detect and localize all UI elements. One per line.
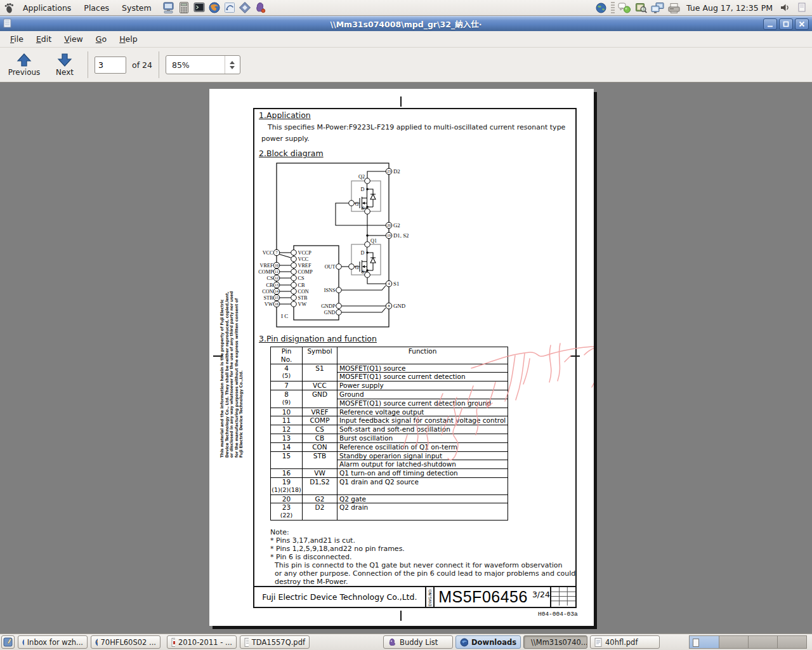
printer-tray-icon[interactable] [667,1,681,15]
menu-view[interactable]: View [58,32,89,46]
content-frame: 1.Application This specifies M-Power:F92… [253,108,577,608]
taskbar: Inbox for wzh... 70HFL60S02 ... 2010-201… [0,633,812,650]
writer-launcher-icon[interactable] [223,1,237,15]
panel-clock[interactable]: Tue Aug 17, 12:35 PM [684,3,775,13]
previous-page-button[interactable]: Previous [4,49,44,81]
menu-system[interactable]: System [116,1,157,15]
svg-text:D: D [361,250,365,256]
zoom-spinner[interactable] [225,56,240,74]
svg-text:20: 20 [387,223,391,227]
workspace-1[interactable] [690,636,719,648]
minimize-button[interactable] [763,18,777,30]
notes-tray-icon[interactable] [795,1,808,15]
dual-display-tray-icon[interactable] [651,1,664,15]
taskbar-item-buddy-list[interactable]: Buddy List [383,635,453,649]
globe-tray-icon[interactable] [594,1,608,15]
menu-edit[interactable]: Edit [30,32,58,46]
table-row: 16 VW Q1 turn-on and off timing detectio… [271,469,508,478]
svg-text:19: 19 [387,233,391,237]
table-row: 10 VREF Reference voltage output [271,408,508,416]
gnome-foot-icon[interactable] [3,1,16,15]
next-page-button[interactable]: Next [48,49,81,81]
window-title: \\Mm31s074008\mpd_gr\32_納入仕· [0,18,812,30]
pdf-document-icon [594,638,602,647]
svg-text:GND: GND [393,303,405,309]
pin-function-table: PinNo. Symbol Function 4(5) S1 MOSFET(Q1… [270,347,508,521]
svg-text:10: 10 [275,263,278,267]
taskbar-item-pdf-viewer[interactable]: \\Mm31s0740... [523,635,587,649]
table-row: 7 VCC Power supply [271,381,508,390]
page-number-input[interactable] [95,56,126,74]
svg-text:11: 11 [275,269,278,274]
svg-text:S: S [362,206,365,211]
volume-tray-icon[interactable] [778,1,792,15]
diamond-launcher-icon[interactable] [239,1,252,15]
section-3-title: 3.Pin disignation and function [259,334,377,343]
menu-places[interactable]: Places [78,1,115,15]
spinner-down-icon[interactable] [230,66,235,69]
calculator-launcher-icon[interactable] [178,1,191,15]
workspace-switcher[interactable] [689,635,807,649]
tray-grip-handle[interactable] [611,2,615,13]
svg-text:CB: CB [298,282,305,288]
pdf-page: This material and the information herein… [209,89,594,626]
document-view[interactable]: This material and the information herein… [0,83,812,633]
crop-mark-top [400,96,402,107]
computer-launcher-icon[interactable] [162,1,176,15]
taskbar-item-document[interactable]: 2010-2011 - ... [167,635,237,649]
svg-text:15: 15 [275,295,278,300]
svg-text:CS: CS [298,275,304,281]
svg-text:G2: G2 [393,222,400,229]
menu-go[interactable]: Go [89,32,113,46]
zoom-select[interactable]: 85% [166,55,240,74]
toolbar-separator [159,51,159,78]
window-titlebar[interactable]: \\Mm31s074008\mpd_gr\32_納入仕· [0,16,812,31]
menubar: File Edit View Go Help [0,31,812,48]
title-block-footer: Fuji Electric Device Technology Co.,Ltd.… [254,586,575,607]
chat-status-tray-icon[interactable] [618,1,631,15]
taskbar-item-downloads[interactable]: Downloads [455,635,521,649]
svg-text:VW: VW [265,302,273,307]
document-code: H04-004-03a [538,611,578,618]
menu-help[interactable]: Help [113,32,144,46]
table-row: 4(5) S1 MOSFET(Q1) sourceMOSFET(Q1) sour… [271,364,508,381]
taskbar-item-tda1557q[interactable]: TDA1557Q.pdf [240,635,310,649]
pidgin-launcher-icon[interactable] [254,1,267,15]
taskbar-item-inbox[interactable]: Inbox for wzh... [18,635,88,649]
maximize-button[interactable] [779,18,793,30]
browser-launcher-icon[interactable] [208,1,221,15]
section-1-title: 1.Application [259,110,311,120]
sheet-number: 3/24 [532,590,550,599]
terminal-launcher-icon[interactable] [193,1,206,15]
svg-text:8: 8 [388,303,390,308]
spinner-up-icon[interactable] [230,61,235,64]
section-1-body: power supply. [261,135,310,143]
toolbar-separator [88,51,88,78]
workspace-3[interactable] [748,636,777,648]
close-button[interactable] [795,18,809,30]
svg-text:13: 13 [275,282,278,287]
browser-window-icon [95,638,98,647]
svg-text:CON: CON [262,289,273,295]
taskbar-item-40hfl[interactable]: 40hfl.pdf [590,635,660,649]
table-row: 19(1)(2)(18) D1,S2 Q1 drain and Q2 sourc… [271,477,508,494]
section-1-body: This specifies M-Power:F9223L-F219 appli… [268,123,565,131]
addressbook-search-tray-icon[interactable] [634,1,648,15]
svg-text:GND: GND [324,310,336,315]
mail-app-icon [22,638,24,647]
workspace-4[interactable] [777,636,806,648]
table-row: 11 COMP Input feedback signal for consta… [271,416,508,425]
svg-text:S1: S1 [393,281,399,287]
svg-text:23: 23 [387,169,391,173]
workspace-2[interactable] [719,636,748,648]
show-desktop-button[interactable] [1,635,15,649]
revision-grid [550,587,575,607]
taskbar-item-browser[interactable]: 70HFL60S02 ... [91,635,160,649]
svg-text:Q1: Q1 [370,238,377,244]
menu-applications[interactable]: Applications [17,1,77,15]
crop-mark-bottom [400,611,402,621]
menu-file[interactable]: File [4,32,30,46]
svg-text:D: D [361,187,365,192]
pidgin-icon [388,638,396,647]
svg-text:7: 7 [275,250,277,255]
